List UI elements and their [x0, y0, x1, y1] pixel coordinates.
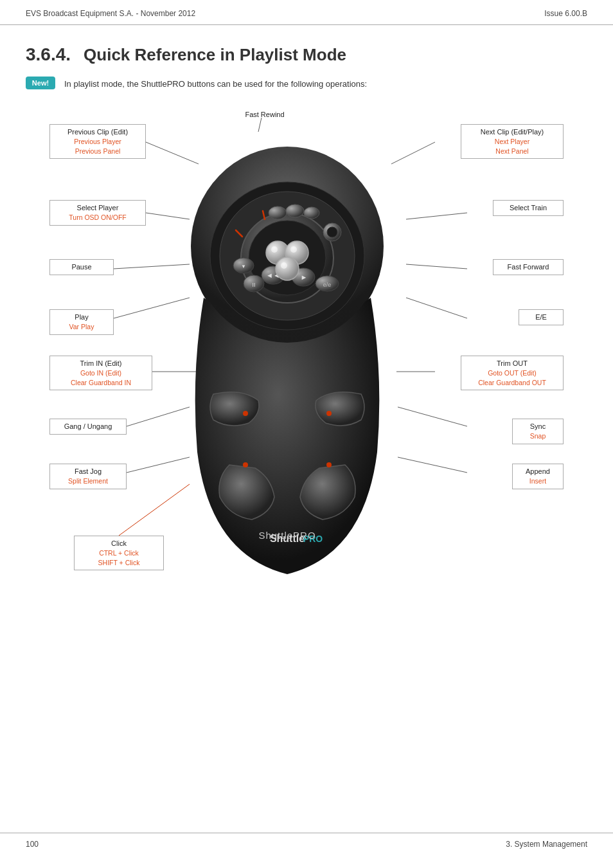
label-fast-forward: Fast Forward	[493, 259, 564, 275]
controller-image: ◄◄ II ► ▼ e/e	[178, 118, 396, 581]
label-fast-jog: Fast Jog Split Element	[49, 464, 127, 489]
select-player-main: Select Player	[55, 203, 140, 213]
label-append: Append Insert	[512, 464, 564, 489]
svg-point-10	[304, 207, 319, 219]
prev-clip-sub2: Previous Panel	[55, 147, 140, 156]
svg-line-43	[391, 142, 435, 164]
click-sub1: CTRL + Click	[80, 548, 158, 558]
svg-text:ShuttlePRO: ShuttlePRO	[258, 530, 315, 541]
gang-main: Gang / Ungang	[55, 422, 121, 431]
svg-text:►: ►	[301, 273, 308, 281]
svg-point-29	[243, 411, 248, 416]
prev-clip-sub1: Previous Player	[55, 137, 140, 147]
header-right: Issue 6.00.B	[544, 9, 587, 18]
svg-text:e/e: e/e	[323, 282, 332, 288]
trim-in-main: Trim IN (Edit)	[55, 359, 147, 368]
svg-line-46	[406, 298, 467, 318]
svg-line-49	[398, 457, 467, 473]
fast-forward-main: Fast Forward	[499, 262, 558, 272]
label-click: Click CTRL + Click SHIFT + Click	[74, 536, 164, 571]
svg-point-27	[290, 246, 297, 253]
page-header: EVS Broadcast Equipment S.A. - November …	[0, 0, 613, 25]
label-next-clip: Next Clip (Edit/Play) Next Player Next P…	[461, 124, 564, 159]
next-clip-sub2: Next Panel	[466, 147, 558, 156]
page-footer: 100 3. System Management	[0, 833, 613, 855]
sync-sub1: Snap	[518, 431, 558, 441]
label-ee: E/E	[519, 309, 564, 325]
section-number: 3.6.4.	[26, 44, 71, 65]
svg-point-12	[327, 227, 337, 237]
svg-line-45	[406, 264, 467, 269]
section-heading: Quick Reference in Playlist Mode	[84, 45, 346, 65]
intro-text: In playlist mode, the ShuttlePRO buttons…	[64, 77, 367, 91]
pause-main: Pause	[55, 262, 108, 272]
next-clip-sub1: Next Player	[466, 137, 558, 147]
next-clip-main: Next Clip (Edit/Play)	[466, 127, 558, 137]
fast-jog-main: Fast Jog	[55, 467, 121, 476]
click-main: Click	[80, 539, 158, 548]
footer-section: 3. System Management	[506, 840, 587, 849]
label-trim-in: Trim IN (Edit) Goto IN (Edit) Clear Guar…	[49, 356, 152, 391]
svg-text:▼: ▼	[241, 264, 246, 269]
svg-line-44	[406, 213, 467, 219]
svg-point-28	[281, 262, 287, 269]
click-sub2: SHIFT + Click	[80, 558, 158, 568]
append-main: Append	[518, 467, 558, 476]
append-sub1: Insert	[518, 476, 558, 486]
select-train-main: Select Train	[499, 203, 558, 213]
select-player-sub1: Turn OSD ON/OFF	[55, 213, 140, 222]
svg-point-8	[269, 206, 287, 219]
page-content: 3.6.4. Quick Reference in Playlist Mode …	[0, 25, 613, 658]
label-select-train: Select Train	[493, 200, 564, 216]
trim-out-main: Trim OUT	[466, 359, 558, 368]
fast-rewind-main: Fast Rewind	[235, 110, 295, 120]
play-main: Play	[55, 312, 108, 322]
label-play: Play Var Play	[49, 309, 114, 335]
play-sub1: Var Play	[55, 322, 108, 332]
svg-line-48	[398, 407, 467, 426]
svg-point-26	[271, 246, 278, 253]
svg-point-32	[326, 462, 332, 467]
trim-out-sub1: Goto OUT (Edit)	[466, 368, 558, 378]
svg-text:II: II	[252, 282, 255, 288]
svg-point-30	[243, 462, 248, 467]
header-left: EVS Broadcast Equipment S.A. - November …	[26, 9, 195, 18]
svg-point-25	[276, 257, 299, 280]
prev-clip-main: Previous Clip (Edit)	[55, 127, 140, 137]
new-badge: New!	[26, 77, 55, 89]
intro-row: New! In playlist mode, the ShuttlePRO bu…	[26, 77, 587, 91]
label-prev-clip: Previous Clip (Edit) Previous Player Pre…	[49, 124, 146, 159]
label-trim-out: Trim OUT Goto OUT (Edit) Clear Guardband…	[461, 356, 564, 391]
svg-point-31	[326, 411, 332, 416]
trim-in-sub1: Goto IN (Edit)	[55, 368, 147, 378]
label-fast-rewind: Fast Rewind	[229, 107, 300, 122]
label-select-player: Select Player Turn OSD ON/OFF	[49, 200, 146, 226]
footer-page-number: 100	[26, 840, 39, 849]
svg-point-9	[286, 204, 304, 217]
label-pause: Pause	[49, 259, 114, 275]
fast-jog-sub1: Split Element	[55, 476, 121, 486]
section-title-row: 3.6.4. Quick Reference in Playlist Mode	[26, 44, 587, 65]
diagram-area: ◄◄ II ► ▼ e/e	[30, 105, 583, 619]
trim-out-sub2: Clear Guardband OUT	[466, 378, 558, 388]
trim-in-sub2: Clear Guardband IN	[55, 378, 147, 388]
sync-main: Sync	[518, 422, 558, 431]
label-gang: Gang / Ungang	[49, 419, 127, 435]
label-sync: Sync Snap	[512, 419, 564, 444]
ee-main: E/E	[524, 312, 558, 322]
